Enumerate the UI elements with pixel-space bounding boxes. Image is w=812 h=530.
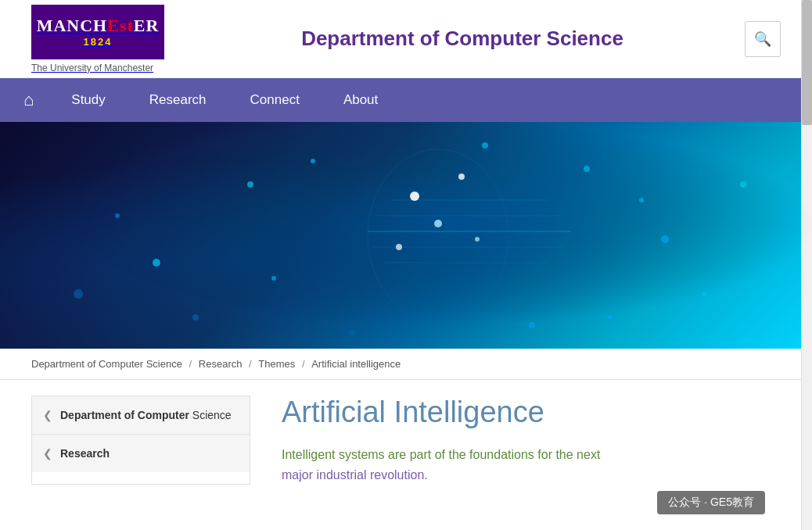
search-button[interactable]: 🔍: [745, 21, 781, 57]
nav-item-connect[interactable]: Connect: [228, 78, 322, 122]
nav-study-label: Study: [71, 92, 105, 108]
sidebar-research-text: Research: [60, 447, 110, 460]
svg-point-9: [247, 181, 253, 188]
nav-item-research[interactable]: Research: [128, 78, 228, 122]
breadcrumb-sep-2: /: [249, 358, 254, 370]
breadcrumb-research[interactable]: Research: [199, 358, 243, 370]
svg-point-13: [661, 235, 669, 243]
svg-point-15: [740, 181, 746, 188]
svg-point-27: [475, 237, 480, 242]
sidebar-dept-text: Department of Computer Science: [60, 409, 232, 421]
article-content: Artificial Intelligence Intelligent syst…: [282, 396, 781, 485]
logo-year: 1824: [84, 36, 113, 48]
sidebar-item-research[interactable]: ❮ Research: [32, 435, 250, 472]
main-nav: ⌂ Study Research Connect About: [0, 78, 812, 122]
breadcrumb: Department of Computer Science / Researc…: [0, 349, 812, 380]
svg-point-25: [434, 220, 442, 227]
breadcrumb-sep-1: /: [189, 358, 195, 370]
hero-banner: [0, 122, 812, 349]
home-icon: ⌂: [23, 90, 34, 109]
sidebar: ❮ Department of Computer Science ❮ Resea…: [31, 396, 250, 485]
department-title: Department of Computer Science: [180, 27, 745, 51]
svg-point-18: [348, 329, 356, 337]
svg-rect-0: [0, 122, 812, 349]
sidebar-item-dept[interactable]: ❮ Department of Computer Science: [32, 396, 250, 435]
svg-point-26: [396, 244, 402, 250]
svg-point-17: [482, 142, 488, 149]
sidebar-arrow-research: ❮: [43, 447, 52, 460]
breadcrumb-dept[interactable]: Department of Computer Science: [31, 358, 182, 370]
article-intro: Intelligent systems are part of the foun…: [282, 445, 781, 485]
svg-point-19: [529, 322, 535, 328]
nav-home-button[interactable]: ⌂: [23, 90, 34, 110]
svg-point-21: [192, 314, 199, 321]
article-intro-purple: major industrial revolution.: [282, 468, 428, 482]
svg-point-16: [608, 315, 613, 320]
scrollbar-thumb[interactable]: [802, 0, 812, 125]
logo-text: MANCHEstER: [37, 16, 160, 36]
breadcrumb-sep-3: /: [302, 358, 307, 370]
svg-point-8: [115, 213, 120, 218]
main-content: ❮ Department of Computer Science ❮ Resea…: [0, 380, 812, 500]
university-logo: MANCHEstER 1824: [31, 5, 164, 59]
svg-point-24: [458, 174, 465, 180]
article-title: Artificial Intelligence: [282, 396, 781, 429]
svg-point-14: [702, 292, 706, 296]
page-header: MANCHEstER 1824 The University of Manche…: [0, 0, 812, 78]
logo-area: MANCHEstER 1824 The University of Manche…: [31, 5, 164, 73]
article-intro-green: Intelligent systems are part of the foun…: [282, 448, 600, 461]
svg-point-22: [639, 198, 644, 202]
breadcrumb-ai[interactable]: Artificial intelligence: [311, 358, 401, 370]
sidebar-arrow-dept: ❮: [43, 409, 52, 421]
nav-about-label: About: [343, 92, 378, 108]
university-name: The University of Manchester: [31, 63, 164, 73]
svg-point-20: [271, 276, 276, 281]
svg-point-10: [74, 289, 83, 299]
breadcrumb-themes[interactable]: Themes: [258, 358, 295, 370]
svg-point-12: [584, 166, 590, 172]
nav-item-study[interactable]: Study: [49, 78, 127, 122]
svg-point-23: [410, 192, 419, 201]
svg-point-7: [153, 259, 160, 267]
nav-research-label: Research: [149, 92, 207, 108]
university-logo-link[interactable]: MANCHEstER 1824 The University of Manche…: [31, 5, 164, 73]
hero-visualization: [0, 122, 812, 349]
nav-item-about[interactable]: About: [322, 78, 400, 122]
search-icon: 🔍: [754, 30, 771, 48]
svg-point-11: [311, 159, 315, 163]
nav-connect-label: Connect: [250, 92, 300, 108]
